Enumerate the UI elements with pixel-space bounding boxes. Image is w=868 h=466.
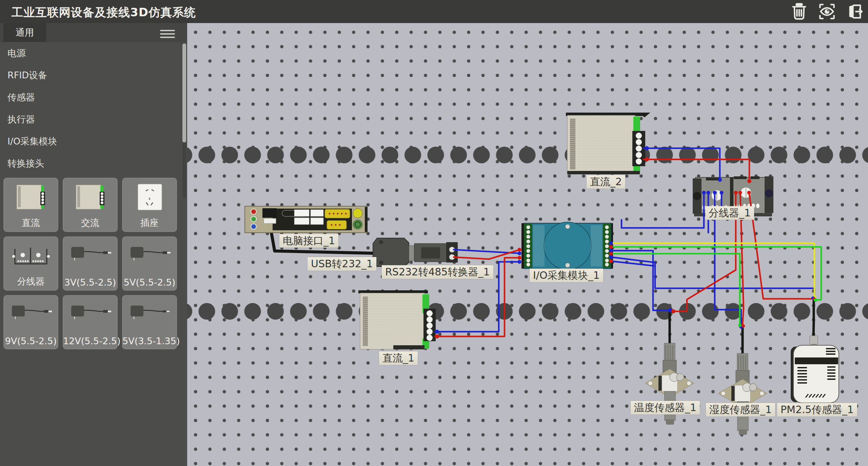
menu-item-io-module[interactable]: I/O采集模块 <box>0 130 183 152</box>
wire-connectors <box>435 146 817 338</box>
card-label: 3V(5.5-2.5) <box>63 277 117 288</box>
card-adapter-12v[interactable]: 12V(5.5-2.5) <box>63 295 118 349</box>
card-label: 5V(3.5-1.35) <box>122 336 177 346</box>
card-dc-power[interactable]: 直流 <box>3 178 58 232</box>
device-label-splitter: 分线器_1 <box>705 206 754 220</box>
device-label-usb232: USB转232_1 <box>308 257 376 271</box>
top-bar: 工业互联网设备及接线3D仿真系统 <box>0 0 868 23</box>
wire-green <box>611 247 821 300</box>
card-label: 直流 <box>4 217 58 229</box>
wire-red <box>749 192 814 299</box>
wire-blue <box>611 257 814 298</box>
card-label: 插座 <box>122 217 177 229</box>
exit-icon[interactable] <box>846 3 863 20</box>
card-ac-power[interactable]: 交流 <box>63 178 118 232</box>
menu-item-rfid[interactable]: RFID设备 <box>0 64 183 86</box>
adapter-thumb-icon <box>126 241 173 269</box>
socket-thumb-icon <box>131 183 169 214</box>
device-label-io-module: I/O采集模块_1 <box>530 269 603 282</box>
dc-power-thumb-icon <box>12 183 50 214</box>
app-title: 工业互联网设备及接线3D仿真系统 <box>12 5 196 20</box>
sidebar-scrollbar[interactable] <box>182 43 186 198</box>
device-label-pm25-sensor: PM2.5传感器_1 <box>777 403 857 416</box>
device-label-dc1: 直流_1 <box>379 351 418 365</box>
card-label: 12V(5.5-2.5) <box>63 336 117 346</box>
card-label: 交流 <box>63 217 117 229</box>
card-adapter-5v-small[interactable]: 5V(3.5-1.35) <box>122 295 177 349</box>
card-socket[interactable]: 插座 <box>122 178 177 232</box>
workspace-canvas[interactable]: 分线器_1 <box>187 23 868 466</box>
ac-power-thumb-icon <box>71 183 109 214</box>
device-label-humidity-sensor: 湿度传感器_1 <box>706 403 775 416</box>
sidebar: 通用 电源 RFID设备 传感器 执行器 I/O采集模块 转换接头 直流 <box>0 23 187 466</box>
wire-red <box>644 159 749 181</box>
category-menu: 电源 RFID设备 传感器 执行器 I/O采集模块 转换接头 <box>0 42 183 174</box>
card-adapter-5v[interactable]: 5V(5.5-2.5) <box>122 236 177 291</box>
adapter-thumb-icon <box>66 241 114 269</box>
device-label-pc: 电脑接口_1 <box>279 234 338 248</box>
card-adapter-3v[interactable]: 3V(5.5-2.5) <box>63 236 118 291</box>
trash-icon[interactable] <box>791 3 808 20</box>
wire-blue <box>622 192 704 228</box>
sidebar-tabstrip: 通用 <box>0 23 187 42</box>
device-label-temp-sensor: 温度传感器_1 <box>631 401 700 414</box>
splitter-thumb-icon <box>9 241 53 273</box>
device-card-grid: 直流 交流 插座 <box>3 178 184 349</box>
card-label: 5V(5.5-2.5) <box>122 277 177 288</box>
tab-general[interactable]: 通用 <box>3 23 46 42</box>
adapter-thumb-icon <box>7 300 55 327</box>
toolbar <box>791 3 863 20</box>
device-label-dc2: 直流_2 <box>587 175 625 189</box>
card-adapter-9v[interactable]: 9V(5.5-2.5) <box>3 295 58 349</box>
wire-green <box>611 254 740 325</box>
adapter-thumb-icon <box>66 300 114 327</box>
view-focus-icon[interactable] <box>818 3 835 20</box>
menu-item-adapter[interactable]: 转换接头 <box>0 152 183 174</box>
menu-toggle-icon[interactable] <box>160 28 175 37</box>
sidebar-scrollbar-thumb[interactable] <box>182 43 186 142</box>
card-label: 分线器 <box>4 275 58 288</box>
card-splitter[interactable]: 分线器 <box>3 236 58 291</box>
wire-blue <box>644 148 720 180</box>
wire-blue <box>611 251 670 310</box>
device-label-rs232-485: RS232转485转换器_1 <box>382 265 493 279</box>
menu-item-actuator[interactable]: 执行器 <box>0 108 183 130</box>
menu-item-sensor[interactable]: 传感器 <box>0 86 183 108</box>
adapter-thumb-icon <box>126 300 173 327</box>
menu-item-power[interactable]: 电源 <box>0 42 183 64</box>
card-label: 9V(5.5-2.5) <box>4 336 58 346</box>
